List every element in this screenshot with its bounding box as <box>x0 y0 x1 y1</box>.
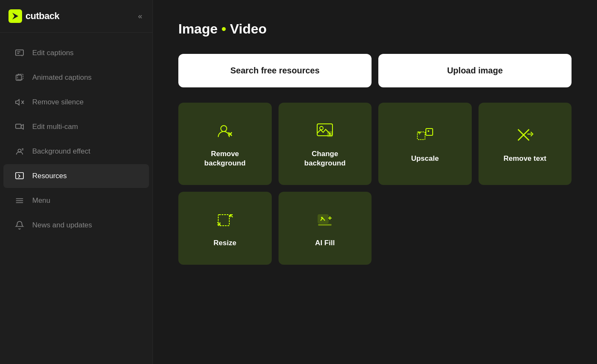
sidebar-item-news-updates[interactable]: News and updates <box>3 213 149 237</box>
sidebar-item-menu[interactable]: Menu <box>3 189 149 213</box>
sidebar: cutback « Edit captions <box>0 0 153 364</box>
action-buttons: Search free resources Upload image <box>178 54 572 87</box>
sidebar-item-label-animated-captions: Animated captions <box>32 73 92 82</box>
sidebar-item-resources[interactable]: Resources <box>3 164 149 188</box>
tool-change-background[interactable]: Changebackground <box>279 103 372 185</box>
sidebar-item-remove-silence[interactable]: Remove silence <box>3 90 149 114</box>
tool-label-remove-text: Remove text <box>504 154 546 163</box>
silence-icon <box>14 96 25 108</box>
svg-point-32 <box>321 217 323 218</box>
tool-resize[interactable]: Resize <box>178 192 272 265</box>
sidebar-item-label-edit-multicam: Edit multi-cam <box>32 123 78 131</box>
svg-rect-1 <box>16 50 23 56</box>
logo-icon <box>8 9 22 23</box>
svg-marker-0 <box>12 13 18 20</box>
resources-icon <box>14 170 25 182</box>
sidebar-nav: Edit captions Animated captions Remove <box>0 33 152 364</box>
tool-label-remove-background: Removebackground <box>204 149 245 168</box>
svg-rect-9 <box>16 124 21 129</box>
sidebar-item-edit-captions[interactable]: Edit captions <box>3 41 149 65</box>
page-title: Image • Video <box>178 21 572 37</box>
remove-text-icon <box>514 124 536 146</box>
svg-point-27 <box>428 130 429 132</box>
tool-label-upscale: Upscale <box>411 154 439 163</box>
sidebar-item-label-remove-silence: Remove silence <box>32 98 84 106</box>
sidebar-item-label-menu: Menu <box>32 196 51 205</box>
tool-remove-background[interactable]: Removebackground <box>178 103 272 185</box>
sidebar-item-animated-captions[interactable]: Animated captions <box>3 66 149 90</box>
tool-upscale[interactable]: Upscale <box>378 103 472 185</box>
sidebar-item-background-effect[interactable]: Background effect <box>3 140 149 163</box>
tool-ai-fill[interactable]: AI Fill <box>279 192 372 265</box>
tool-label-resize: Resize <box>214 238 237 248</box>
sidebar-item-label-background-effect: Background effect <box>32 147 90 156</box>
news-icon <box>14 219 25 231</box>
multicam-icon <box>14 121 25 133</box>
tool-remove-text[interactable]: Remove text <box>479 103 572 185</box>
sidebar-item-label-news-updates: News and updates <box>32 221 92 230</box>
animated-icon <box>14 72 25 84</box>
tool-label-change-background: Changebackground <box>304 149 346 168</box>
captions-icon <box>14 47 25 59</box>
sidebar-item-label-resources: Resources <box>32 172 67 180</box>
tool-label-ai-fill: AI Fill <box>315 238 335 248</box>
svg-rect-4 <box>16 75 22 81</box>
ai-fill-icon <box>314 209 336 231</box>
main-content: Image • Video Search free resources Uplo… <box>153 0 597 364</box>
svg-rect-33 <box>318 224 332 226</box>
resize-icon <box>214 209 236 231</box>
menu-icon <box>14 195 25 207</box>
tools-grid-top: Removebackground Changebackground <box>178 103 572 185</box>
sidebar-header: cutback « <box>0 0 152 33</box>
change-background-icon <box>314 120 336 142</box>
search-resources-button[interactable]: Search free resources <box>178 54 372 87</box>
svg-rect-26 <box>426 129 433 135</box>
background-icon <box>14 146 25 157</box>
upscale-icon <box>414 124 436 146</box>
logo: cutback <box>8 9 59 23</box>
sidebar-item-edit-multicam[interactable]: Edit multi-cam <box>3 115 149 139</box>
svg-point-21 <box>320 126 323 130</box>
svg-marker-6 <box>16 100 19 105</box>
tools-grid-bottom: Resize AI Fill <box>178 192 572 265</box>
remove-background-icon <box>214 120 236 142</box>
svg-point-17 <box>221 126 227 132</box>
upload-image-button[interactable]: Upload image <box>378 54 572 87</box>
sidebar-item-label-edit-captions: Edit captions <box>32 49 73 57</box>
logo-text: cutback <box>25 11 59 22</box>
collapse-button[interactable]: « <box>138 12 142 21</box>
